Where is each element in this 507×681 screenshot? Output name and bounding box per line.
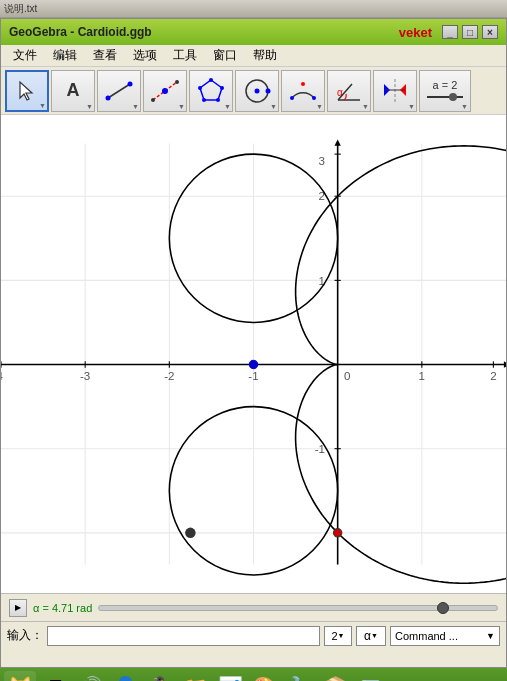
svg-text:3: 3 [319, 155, 325, 167]
paint-icon: 🎨 [253, 675, 278, 681]
app-title-bar: GeoGebra - Cardioid.ggb veket _ □ × [1, 19, 506, 45]
svg-text:2: 2 [490, 370, 496, 382]
superscript-button[interactable]: 2 ▼ [324, 626, 352, 646]
taskbar-chart[interactable]: 📊 [214, 671, 246, 681]
input-bar: 输入： 2 ▼ α ▼ Command ... ▼ [1, 621, 506, 649]
input-label: 输入： [7, 627, 43, 644]
app-title-text: GeoGebra - Cardioid.ggb [9, 25, 391, 39]
close-button[interactable]: × [482, 25, 498, 39]
svg-marker-0 [20, 82, 32, 100]
sys-title-bar: 说明.txt [0, 0, 507, 18]
svg-point-11 [216, 98, 220, 102]
taskbar-computer[interactable]: 💻 [354, 671, 386, 681]
audio-icon: 🔊 [78, 675, 103, 681]
svg-text:-1: -1 [248, 370, 258, 382]
tool-arc[interactable]: ▼ [281, 70, 325, 112]
tool-text[interactable]: A ▼ [51, 70, 95, 112]
cardioid-endpoint [333, 529, 341, 537]
svg-point-5 [162, 88, 168, 94]
person-icon: 👤 [113, 675, 138, 681]
svg-point-18 [301, 82, 305, 86]
sys-title-text: 说明.txt [4, 2, 37, 16]
svg-text:0: 0 [344, 370, 350, 382]
tool-reflect[interactable]: ▼ [373, 70, 417, 112]
svg-point-10 [220, 86, 224, 90]
input-field[interactable] [47, 626, 320, 646]
alpha-value-label: α = 4.71 rad [33, 602, 92, 614]
svg-point-6 [151, 98, 155, 102]
svg-text:1: 1 [419, 370, 425, 382]
svg-point-19 [312, 96, 316, 100]
alpha-button[interactable]: α ▼ [356, 626, 386, 646]
menu-file[interactable]: 文件 [5, 45, 45, 66]
taskbar-monitor[interactable]: 🖥 [39, 671, 71, 681]
menu-bar: 文件 编辑 查看 选项 工具 窗口 帮助 [1, 45, 506, 67]
penguin-icon: 🐧 [148, 675, 173, 681]
svg-point-16 [266, 88, 271, 93]
svg-marker-8 [200, 80, 222, 100]
minimize-button[interactable]: _ [442, 25, 458, 39]
app-veket-label: veket [399, 25, 432, 40]
archive-icon: 📦 [323, 675, 348, 681]
reflect-dropdown-arrow: ▼ [408, 103, 415, 110]
slider-label: a = 2 [433, 79, 458, 91]
tool-angle[interactable]: α ▼ [327, 70, 371, 112]
point-line-dropdown-arrow: ▼ [178, 103, 185, 110]
arc-dropdown-arrow: ▼ [316, 103, 323, 110]
svg-point-2 [106, 95, 111, 100]
svg-point-3 [128, 81, 133, 86]
taskbar-person[interactable]: 👤 [109, 671, 141, 681]
angle-dropdown-arrow: ▼ [362, 103, 369, 110]
line-dropdown-arrow: ▼ [132, 103, 139, 110]
slider-thumb[interactable] [437, 602, 449, 614]
play-button[interactable]: ▶ [9, 599, 27, 617]
tool-cursor[interactable]: ▼ [5, 70, 49, 112]
chart-icon: 📊 [218, 675, 243, 681]
command-arrow: ▼ [486, 631, 495, 641]
svg-point-13 [198, 86, 202, 90]
command-dropdown[interactable]: Command ... ▼ [390, 626, 500, 646]
tool-point-line[interactable]: ▼ [143, 70, 187, 112]
menu-window[interactable]: 窗口 [205, 45, 245, 66]
cursor-dropdown-arrow: ▼ [39, 102, 46, 109]
svg-point-7 [175, 80, 179, 84]
menu-edit[interactable]: 编辑 [45, 45, 85, 66]
tool-slider[interactable]: a = 2 ▼ [419, 70, 471, 112]
taskbar-paint[interactable]: 🎨 [249, 671, 281, 681]
slider-bar: ▶ α = 4.71 rad [1, 593, 506, 621]
svg-marker-40 [504, 361, 506, 367]
tool-line[interactable]: ▼ [97, 70, 141, 112]
slider-track[interactable] [98, 605, 498, 611]
text-dropdown-arrow: ▼ [86, 103, 93, 110]
taskbar-tools[interactable]: 🔧 [284, 671, 316, 681]
menu-options[interactable]: 选项 [125, 45, 165, 66]
menu-tools[interactable]: 工具 [165, 45, 205, 66]
svg-point-17 [290, 96, 294, 100]
taskbar-penguin[interactable]: 🐧 [144, 671, 176, 681]
text-icon: A [67, 80, 80, 101]
monitor-icon: 🖥 [45, 676, 65, 682]
taskbar-cat[interactable]: 🐱 [4, 671, 36, 681]
svg-text:-3: -3 [80, 370, 90, 382]
taskbar-folder[interactable]: 📁 [179, 671, 211, 681]
svg-text:-2: -2 [164, 370, 174, 382]
menu-help[interactable]: 帮助 [245, 45, 285, 66]
alpha-label: α [364, 629, 371, 643]
plot-svg: -4 -3 -2 -1 0 1 2 [1, 115, 506, 593]
taskbar-audio[interactable]: 🔊 [74, 671, 106, 681]
svg-point-15 [255, 88, 260, 93]
polygon-dropdown-arrow: ▼ [224, 103, 231, 110]
menu-view[interactable]: 查看 [85, 45, 125, 66]
slider-dropdown-arrow: ▼ [461, 103, 468, 110]
circle-dropdown-arrow: ▼ [270, 103, 277, 110]
alpha-arrow: ▼ [371, 632, 378, 639]
maximize-button[interactable]: □ [462, 25, 478, 39]
taskbar-archive[interactable]: 📦 [319, 671, 351, 681]
canvas-area[interactable]: -4 -3 -2 -1 0 1 2 [1, 115, 506, 593]
tool-polygon[interactable]: ▼ [189, 70, 233, 112]
tool-circle[interactable]: ▼ [235, 70, 279, 112]
cat-icon: 🐱 [8, 675, 33, 681]
taskbar: 🐱 🖥 🔊 👤 🐧 📁 📊 🎨 🔧 📦 💻 [0, 668, 507, 681]
svg-marker-42 [335, 139, 341, 145]
svg-point-9 [209, 78, 213, 82]
